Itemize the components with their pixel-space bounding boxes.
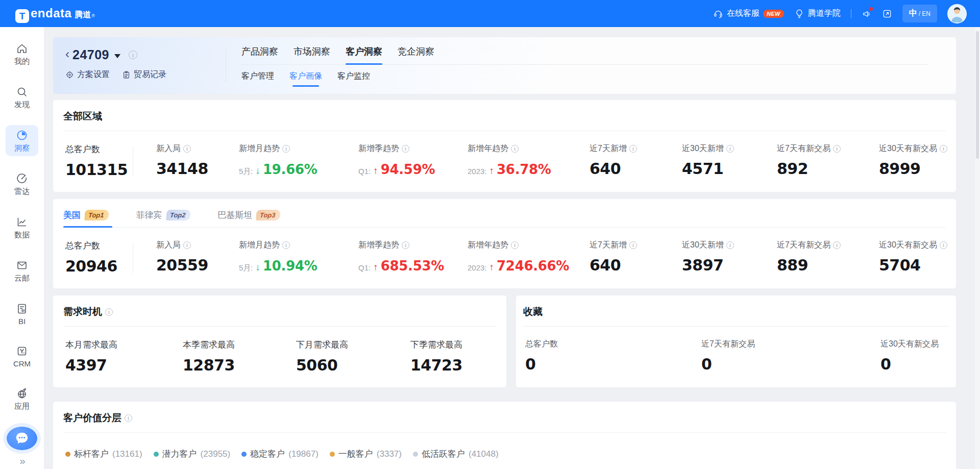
info-icon[interactable] (282, 241, 290, 249)
trend-up-icon: ↑ (373, 262, 378, 273)
chevron-down-icon[interactable] (114, 54, 120, 58)
search-icon (16, 86, 28, 98)
academy-label: 腾道学院 (808, 8, 841, 19)
value-tiers-card: 客户价值分层 标杆客户 (13161) 潜力客户 (23955) 稳定客户 (1… (53, 402, 956, 469)
country-tab-usa[interactable]: 美国 Top1 (63, 209, 109, 227)
lightbulb-icon (794, 9, 804, 19)
sidebar-item-radar[interactable]: 雷达 (6, 168, 38, 200)
info-icon[interactable] (125, 414, 132, 422)
info-icon[interactable] (833, 241, 841, 249)
legend-low-activity-customers[interactable]: 低活跃客户 (41048) (413, 448, 499, 460)
subtab-customer-profile[interactable]: 客户画像 (289, 71, 322, 86)
main-content: ‹ 24709 方案设置 贸易记录 (44, 27, 980, 469)
tab-competitor-insight[interactable]: 竞企洞察 (398, 45, 434, 64)
trend-up-icon: ↑ (489, 262, 495, 273)
sidebar-item-cloudmail[interactable]: 云邮 (6, 255, 38, 286)
country-tab-philippines[interactable]: 菲律宾 Top2 (136, 209, 190, 227)
announcement-button[interactable] (862, 9, 872, 19)
tendata-logo[interactable]: T endata 腾道 ® (15, 6, 95, 21)
globe-leaf-icon (16, 387, 28, 400)
info-icon[interactable] (726, 241, 734, 249)
legend-dot (413, 452, 418, 457)
sidebar-collapse-button[interactable]: » (19, 455, 24, 467)
info-icon[interactable] (183, 145, 191, 153)
info-icon[interactable] (282, 145, 290, 153)
trend-up-icon: ↑ (489, 165, 495, 177)
favorites-stats: 总客户数 0 近7天有新交易 0 近30天有新交易 0 (523, 327, 949, 386)
back-button[interactable]: ‹ (65, 48, 69, 60)
online-service-button[interactable]: 在线客服 NEW (713, 8, 784, 19)
language-toggle[interactable]: 中 / EN (902, 5, 937, 22)
info-icon[interactable] (726, 145, 734, 153)
insight-tabs: 产品洞察 市场洞察 客户洞察 竞企洞察 (241, 45, 927, 65)
legend-dot (330, 452, 335, 457)
stat-new-30d: 近30天新增 3897 (682, 240, 777, 275)
language-current: 中 (909, 8, 917, 19)
mail-icon (16, 259, 28, 271)
info-icon[interactable] (629, 241, 637, 249)
line-chart-icon (16, 216, 28, 228)
sidebar-item-apps[interactable]: 应用 (6, 383, 38, 414)
stat-demand-next-month: 下月需求最高 5060 (296, 339, 410, 374)
legend-dot (241, 452, 247, 457)
info-icon[interactable] (402, 241, 409, 249)
info-icon[interactable] (402, 145, 409, 153)
info-icon[interactable] (629, 145, 637, 153)
tab-customer-insight[interactable]: 客户洞察 (346, 45, 382, 64)
language-alt: / EN (919, 10, 930, 17)
sidebar-item-mine[interactable]: 我的 (6, 38, 38, 69)
info-icon[interactable] (129, 51, 137, 59)
subtab-customer-management[interactable]: 客户管理 (241, 71, 274, 86)
legend-potential-customers[interactable]: 潜力客户 (23955) (154, 448, 231, 460)
legend-stable-customers[interactable]: 稳定客户 (19867) (241, 448, 318, 460)
info-icon[interactable] (105, 308, 113, 316)
stat-monthly-trend: 新增月趋势 5月:↓10.94% (239, 240, 358, 275)
fullscreen-button[interactable] (882, 9, 892, 19)
sidebar-item-data[interactable]: 数据 (6, 212, 38, 243)
stat-quarterly-trend: 新增季趋势 Q1:↑685.53% (358, 240, 468, 275)
user-avatar[interactable] (947, 4, 967, 23)
info-icon[interactable] (833, 145, 841, 153)
info-icon[interactable] (940, 145, 947, 153)
legend-benchmark-customers[interactable]: 标杆客户 (13161) (65, 448, 142, 460)
top2-badge: Top2 (166, 210, 190, 220)
page-scrollbar[interactable] (975, 27, 980, 469)
country-tab-pakistan[interactable]: 巴基斯坦 Top3 (217, 209, 280, 227)
legend-general-customers[interactable]: 一般客户 (3337) (330, 448, 402, 460)
sidebar-item-discover[interactable]: 发现 (6, 82, 38, 113)
info-icon[interactable] (511, 145, 519, 153)
academy-button[interactable]: 腾道学院 (794, 8, 841, 19)
crm-icon (16, 345, 28, 357)
sidebar-item-insight[interactable]: 洞察 (6, 125, 38, 156)
scrollbar-thumb[interactable] (976, 31, 979, 159)
notification-dot (869, 7, 873, 11)
tab-product-insight[interactable]: 产品洞察 (241, 45, 278, 64)
plan-settings-button[interactable]: 方案设置 (65, 69, 110, 80)
info-icon[interactable] (940, 241, 947, 249)
tab-market-insight[interactable]: 市场洞察 (293, 45, 330, 64)
value-tiers-title: 客户价值分层 (63, 402, 946, 432)
sidebar-item-bi[interactable]: BI BI (6, 299, 38, 329)
stat-yearly-trend: 新增年趋势 2023:↑7246.66% (468, 240, 590, 275)
trade-records-button[interactable]: 贸易记录 (122, 69, 166, 80)
plan-id[interactable]: 24709 (72, 47, 109, 62)
trend-down-icon: ↓ (256, 165, 261, 177)
legend-dot (154, 452, 159, 457)
insight-pie-icon (16, 129, 28, 141)
favorites-title: 收藏 (523, 295, 949, 326)
logo-registered-mark: ® (91, 13, 95, 18)
home-icon (16, 42, 28, 55)
logo-text-cn: 腾道 (75, 10, 91, 20)
stat-fav-trade-30d: 近30天有新交易 0 (880, 339, 947, 373)
stat-new-entrants: 新入局 20559 (156, 240, 239, 275)
headset-icon (713, 9, 723, 19)
chat-bubble-icon (14, 431, 30, 446)
topbar: T endata 腾道 ® 在线客服 NEW 腾道学院 (0, 0, 980, 27)
stat-new-7d: 近7天新增 640 (590, 143, 682, 179)
info-icon[interactable] (511, 241, 519, 249)
chat-support-button[interactable] (7, 427, 37, 450)
sidebar-item-crm[interactable]: CRM (6, 341, 38, 371)
subtab-customer-monitoring[interactable]: 客户监控 (337, 71, 370, 86)
radar-icon (16, 172, 28, 185)
info-icon[interactable] (183, 241, 191, 249)
